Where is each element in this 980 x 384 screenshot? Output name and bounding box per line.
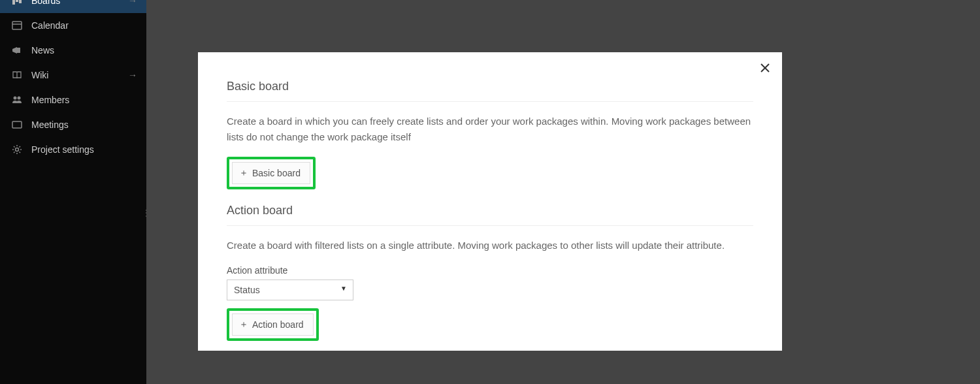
- svg-rect-3: [12, 22, 22, 29]
- sidebar-item-label: Calendar: [31, 20, 69, 31]
- calendar-icon: [9, 20, 25, 31]
- sidebar-item-news[interactable]: News: [0, 38, 146, 63]
- sidebar-item-project-settings[interactable]: Project settings: [0, 137, 146, 162]
- button-label: Action board: [252, 319, 304, 330]
- meetings-icon: [9, 120, 25, 130]
- sidebar-item-label: Project settings: [31, 144, 94, 155]
- create-basic-board-button[interactable]: ＋ Basic board: [232, 162, 310, 184]
- close-button[interactable]: [757, 60, 773, 76]
- svg-rect-2: [19, 0, 22, 3]
- plus-icon: ＋: [239, 167, 248, 179]
- basic-board-title: Basic board: [227, 61, 753, 102]
- settings-icon: [9, 144, 25, 155]
- sidebar-item-label: Wiki: [31, 70, 48, 80]
- plus-icon: ＋: [239, 319, 248, 330]
- sidebar-item-calendar[interactable]: Calendar: [0, 13, 146, 38]
- arrow-right-icon: →: [128, 70, 137, 80]
- svg-point-5: [14, 97, 17, 100]
- sidebar-item-label: News: [31, 45, 54, 56]
- button-label: Basic board: [252, 168, 301, 178]
- boards-icon: [9, 0, 25, 6]
- close-icon: [760, 63, 770, 72]
- sidebar: Boards → Calendar News Wiki → Members Me…: [0, 0, 146, 384]
- basic-board-description: Create a board in which you can freely c…: [227, 114, 753, 145]
- arrow-right-icon: →: [128, 0, 137, 6]
- sidebar-item-label: Meetings: [31, 120, 69, 130]
- sidebar-item-label: Boards: [31, 0, 60, 6]
- sidebar-item-meetings[interactable]: Meetings: [0, 112, 146, 137]
- sidebar-item-wiki[interactable]: Wiki →: [0, 63, 146, 88]
- news-icon: [9, 45, 25, 56]
- create-action-board-button[interactable]: ＋ Action board: [232, 313, 314, 336]
- sidebar-item-boards[interactable]: Boards →: [0, 0, 146, 13]
- action-attribute-select-wrap: Status ▼: [227, 280, 353, 300]
- wiki-icon: [9, 70, 25, 80]
- sidebar-item-label: Members: [31, 95, 69, 105]
- action-board-highlight: ＋ Action board: [227, 308, 319, 341]
- svg-point-8: [16, 148, 19, 152]
- svg-rect-7: [12, 121, 22, 128]
- svg-point-6: [18, 97, 21, 100]
- create-board-modal: Basic board Create a board in which you …: [198, 52, 782, 351]
- sidebar-item-members[interactable]: Members: [0, 88, 146, 112]
- action-attribute-label: Action attribute: [227, 265, 753, 276]
- action-attribute-select[interactable]: Status: [227, 280, 353, 300]
- basic-board-highlight: ＋ Basic board: [227, 157, 316, 189]
- members-icon: [9, 95, 25, 105]
- svg-rect-1: [16, 0, 18, 2]
- svg-rect-0: [12, 0, 15, 5]
- action-board-title: Action board: [227, 200, 753, 226]
- action-board-description: Create a board with filtered lists on a …: [227, 238, 753, 253]
